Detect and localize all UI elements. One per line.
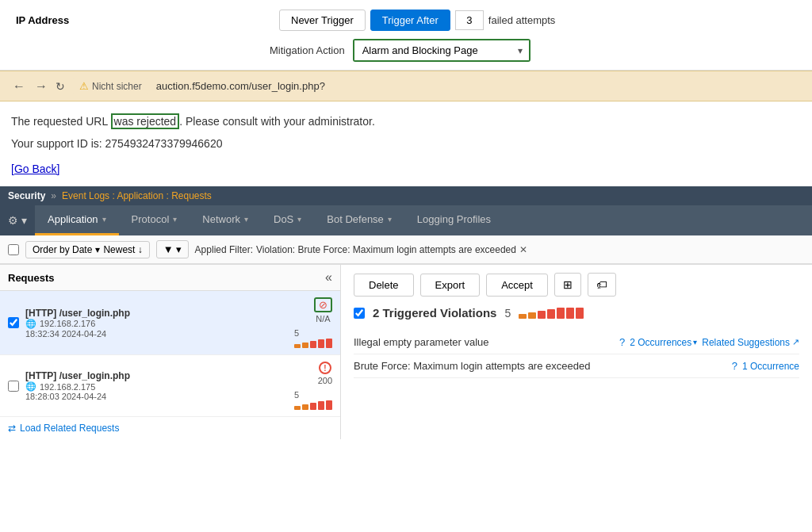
- tag-icon-button[interactable]: 🏷: [588, 273, 616, 297]
- list-item[interactable]: [HTTP] /user_login.php 🌐 192.168.2.176 1…: [0, 291, 340, 355]
- req1-badge: ⊘ N/A 5: [294, 297, 332, 348]
- mitigation-select[interactable]: Alarm and Blocking Page Alarm Block: [354, 40, 529, 60]
- support-id: Your support ID is: 2754932473379946620: [11, 135, 796, 154]
- nav-security: Security: [8, 190, 45, 201]
- req1-title: [HTTP] /user_login.php: [25, 308, 288, 319]
- nav-separator1: »: [51, 190, 56, 201]
- tag-icon: 🏷: [596, 278, 607, 291]
- collapse-button[interactable]: «: [325, 270, 332, 285]
- nav-path: Event Logs : Application : Requests: [62, 190, 212, 201]
- failed-label: failed attempts: [488, 14, 556, 26]
- bar5: [326, 339, 332, 348]
- req1-sub: 🌐 192.168.2.176: [25, 319, 288, 329]
- mitigation-select-wrapper: Alarm and Blocking Page Alarm Block ▾: [353, 39, 530, 62]
- back-button[interactable]: ←: [11, 79, 27, 94]
- gear-icon: ⚙: [8, 214, 18, 227]
- tab-bot-defense-label: Bot Defense: [327, 213, 384, 225]
- left-panel: Requests « [HTTP] /user_login.php 🌐 192.…: [0, 265, 341, 439]
- add-square-icon: ⊞: [563, 278, 573, 291]
- accept-button[interactable]: Accept: [486, 274, 548, 297]
- occ-arrow-icon: ▾: [693, 338, 697, 346]
- order-label: Order by Date: [33, 244, 92, 255]
- strip-bar2: [528, 312, 536, 319]
- ip-row: IP Address Never Trigger Trigger After f…: [16, 10, 796, 31]
- violations-title: 2 Triggered Violations: [373, 306, 496, 320]
- globe-icon: 🌐: [25, 319, 36, 329]
- req1-info: [HTTP] /user_login.php 🌐 192.168.2.176 1…: [25, 308, 288, 339]
- req2-score-5: 5: [294, 390, 299, 400]
- never-trigger-button[interactable]: Never Trigger: [279, 10, 366, 31]
- help-icon[interactable]: ?: [619, 336, 625, 348]
- help-icon[interactable]: ?: [732, 360, 737, 372]
- trigger-group: Never Trigger Trigger After failed attem…: [279, 10, 555, 31]
- applied-filter: Applied Filter: Violation: Brute Force: …: [195, 244, 527, 255]
- tab-logging-profiles[interactable]: Logging Profiles: [404, 205, 504, 235]
- violation2-occ-label: 1 Occurrence: [742, 361, 799, 372]
- export-button[interactable]: Export: [420, 274, 481, 297]
- req2-badge: ! 200 5: [294, 362, 332, 410]
- strip-bar6: [566, 308, 574, 319]
- req1-checkbox[interactable]: [8, 317, 19, 328]
- bar4: [318, 339, 324, 348]
- req1-score: N/A: [316, 314, 330, 323]
- load-related-label: Load Related Requests: [20, 423, 119, 434]
- trigger-after-button[interactable]: Trigger After: [370, 10, 450, 31]
- nav-bar: Security » Event Logs : Application : Re…: [0, 186, 812, 205]
- tab-network-arrow-icon: ▾: [244, 215, 248, 224]
- globe-icon: 🌐: [25, 381, 36, 392]
- applied-filter-label: Applied Filter:: [195, 244, 253, 255]
- bar1: [294, 406, 301, 410]
- req2-sub: 🌐 192.168.2.175: [25, 381, 288, 392]
- violations-header: 2 Triggered Violations 5: [354, 306, 799, 320]
- req2-score: 200: [318, 376, 332, 385]
- select-all-checkbox[interactable]: [8, 244, 19, 255]
- go-back-link[interactable]: [Go Back]: [11, 160, 59, 179]
- refresh-button[interactable]: ↻: [56, 80, 65, 93]
- attempts-input[interactable]: [455, 10, 484, 30]
- filter-close-button[interactable]: ✕: [519, 244, 527, 255]
- violations-checkbox[interactable]: [354, 308, 365, 319]
- tab-network[interactable]: Network ▾: [190, 205, 261, 235]
- req2-checkbox[interactable]: [8, 381, 19, 392]
- delete-button[interactable]: Delete: [354, 274, 414, 297]
- arrows-icon: ⇄: [8, 423, 16, 434]
- rejected-highlight: was rejected: [111, 113, 180, 129]
- bar3: [310, 403, 316, 410]
- req2-info: [HTTP] /user_login.php 🌐 192.168.2.175 1…: [25, 370, 288, 401]
- violation1-occurrences[interactable]: 2 Occurrences ▾: [630, 337, 697, 348]
- filter-caret-icon: ▾: [176, 243, 182, 255]
- exclaim-badge: !: [319, 362, 331, 374]
- violation1-name: Illegal empty parameter value: [354, 336, 615, 348]
- tab-dos[interactable]: DoS ▾: [261, 205, 314, 235]
- strip-bar7: [576, 308, 584, 319]
- list-item[interactable]: [HTTP] /user_login.php 🌐 192.168.2.175 1…: [0, 355, 340, 417]
- right-actions: Delete Export Accept ⊞ 🏷: [354, 273, 799, 297]
- strip-bar1: [519, 314, 527, 319]
- req1-ip: 192.168.2.176: [40, 319, 95, 328]
- violation2-occurrences[interactable]: 1 Occurrence: [742, 361, 799, 372]
- filter-button[interactable]: ▼ ▾: [156, 240, 189, 258]
- load-related-button[interactable]: ⇄ Load Related Requests: [0, 417, 340, 439]
- forward-button[interactable]: →: [33, 79, 49, 94]
- browser-bar: ← → ↻ ⚠ Nicht sicher auction.f5demo.com/…: [0, 71, 812, 101]
- order-newest-label: Newest ↓: [103, 244, 142, 255]
- external-link-icon: ↗: [792, 337, 799, 347]
- gear-button[interactable]: ⚙ ▾: [0, 205, 35, 235]
- violation-row: Brute Force: Maximum login attempts are …: [354, 354, 799, 378]
- tab-application[interactable]: Application ▾: [35, 205, 119, 235]
- gear-arrow-icon: ▾: [21, 214, 27, 227]
- blocked-badge: ⊘: [314, 297, 332, 312]
- req1-score-5: 5: [294, 328, 299, 338]
- add-icon-button[interactable]: ⊞: [554, 273, 581, 297]
- req2-title: [HTTP] /user_login.php: [25, 370, 288, 381]
- browser-nav: ← → ↻: [11, 79, 65, 94]
- tab-bot-defense[interactable]: Bot Defense ▾: [314, 205, 404, 235]
- order-by-date-button[interactable]: Order by Date ▾ Newest ↓: [25, 241, 150, 258]
- strip-bar4: [547, 309, 555, 319]
- violation1-suggestions[interactable]: Related Suggestions ↗: [702, 337, 799, 348]
- violations-count: 5: [504, 307, 511, 320]
- req2-datetime: 18:28:03 2024-04-24: [25, 392, 288, 401]
- bar4: [318, 401, 324, 410]
- blocked-content: The requested URL was rejected. Please c…: [0, 101, 812, 186]
- tab-protocol[interactable]: Protocol ▾: [119, 205, 190, 235]
